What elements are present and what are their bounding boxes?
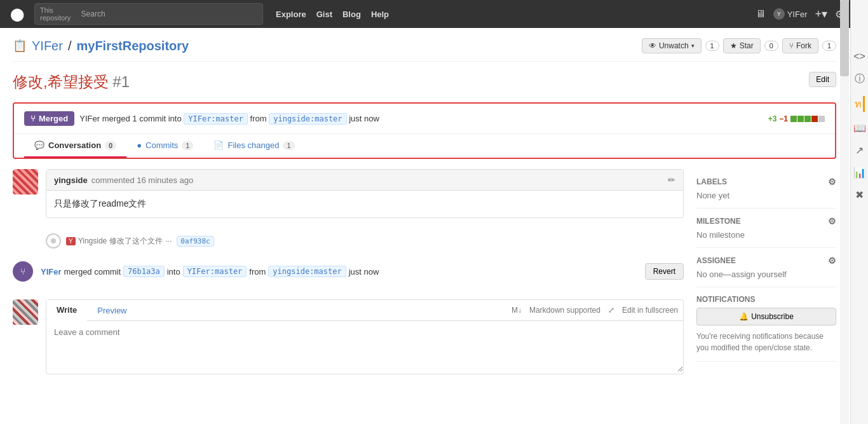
pr-tabs-box: ⑂ Merged YIFer merged 1 commit into YIFe… (13, 102, 836, 159)
search-input[interactable] (81, 10, 257, 18)
pr-status-text: YIFer merged 1 commit into YIFer:master … (79, 114, 379, 123)
fork-count: 1 (822, 41, 836, 51)
merged-badge: ⑂ Merged (24, 111, 74, 126)
fork-icon: ⑂ (789, 41, 794, 50)
repo-title: 📋 YIFer / myFirstRepository (13, 39, 189, 53)
write-area: Write Preview M↓ Markdown supported ⤢ Ed… (13, 299, 684, 374)
pr-title-text: 修改,希望接受 (13, 73, 109, 90)
repo-name-link[interactable]: myFirstRepository (76, 39, 189, 53)
sidebar-chart-icon[interactable]: 📊 (853, 167, 866, 179)
nav-plus-icon[interactable]: +▾ (815, 7, 827, 21)
merged-into-branch: YIFer:master (183, 266, 247, 277)
repo-actions: 👁 Unwatch ▾ 1 ★ Star 0 ⑂ Fork 1 (642, 38, 836, 53)
nav-explore[interactable]: Explore (276, 10, 306, 19)
sidebar-code-icon[interactable]: <> (853, 51, 865, 62)
write-tab[interactable]: Write (46, 300, 87, 321)
repo-separator: / (68, 39, 72, 53)
labels-title: Labels ⚙ (696, 177, 836, 187)
preview-tab[interactable]: Preview (87, 300, 137, 320)
fork-button[interactable]: ⑂ Fork (782, 38, 818, 53)
labels-gear-icon[interactable]: ⚙ (828, 177, 836, 187)
repo-owner-link[interactable]: YIFer (32, 39, 63, 53)
star-button[interactable]: ★ Star (723, 38, 761, 53)
commits-count: 1 (182, 141, 193, 150)
sidebar-arrow-icon[interactable]: ↗ (855, 144, 864, 156)
commit-author-icon: Y (66, 237, 76, 245)
commit-hash[interactable]: 0af938c (177, 236, 214, 247)
labels-section: Labels ⚙ None yet (696, 169, 836, 209)
nav-username[interactable]: Y YIFer (773, 8, 808, 20)
commit-line: Y Yingside 修改了这个文件 ··· 0af938c (46, 228, 684, 254)
watch-count: 1 (705, 41, 719, 51)
monitor-icon[interactable]: 🖥 (756, 8, 766, 20)
sidebar-pr-icon[interactable]: ท (855, 96, 865, 112)
milestone-section: Milestone ⚙ No milestone (696, 209, 836, 248)
merged-event-icon: ⑂ (13, 261, 33, 282)
sidebar-info-icon[interactable]: ⓘ (855, 72, 865, 86)
right-panel: Labels ⚙ None yet Milestone ⚙ No milesto… (696, 169, 836, 374)
search-bar[interactable]: This repository (34, 3, 263, 25)
comment-text: 只是修改了readme文件 (46, 191, 683, 217)
sidebar-settings-icon[interactable]: ✖ (855, 189, 864, 201)
notification-description: You're receiving notifications because y… (696, 331, 836, 353)
repo-header: 📋 YIFer / myFirstRepository 👁 Unwatch ▾ … (13, 28, 836, 62)
main-content: yingside commented 16 minutes ago ✏ 只是修改… (13, 169, 684, 374)
from-branch-tag: yingside:master (269, 113, 346, 125)
into-branch-tag: YIFer:master (184, 113, 248, 125)
content-area: yingside commented 16 minutes ago ✏ 只是修改… (13, 169, 836, 374)
nav-blog[interactable]: Blog (342, 10, 361, 19)
watch-chevron: ▾ (691, 43, 695, 49)
sidebar-book-icon[interactable]: 📖 (853, 122, 866, 134)
scrollbar-thumb[interactable] (840, 0, 849, 76)
search-repo-label: This repository (40, 6, 78, 22)
diff-sq-green-2 (797, 116, 804, 122)
github-logo-icon[interactable]: ⬤ (10, 6, 24, 22)
revert-button[interactable]: Revert (645, 263, 684, 280)
assignee-section: Assignee ⚙ No one—assign yourself (696, 248, 836, 287)
commit-more-icon[interactable]: ··· (165, 236, 172, 245)
unsubscribe-button[interactable]: 🔔 Unsubscribe (696, 308, 836, 325)
pr-title-area: Edit 修改,希望接受 #1 (13, 62, 836, 102)
tab-files-changed[interactable]: 📄 Files changed 1 (203, 134, 304, 158)
pr-title: 修改,希望接受 #1 (13, 72, 836, 92)
conversation-icon: 💬 (34, 140, 44, 150)
milestone-gear-icon[interactable]: ⚙ (828, 216, 836, 226)
avatar-img (13, 169, 38, 195)
commenter-avatar (13, 169, 38, 195)
top-navigation: ⬤ This repository Explore Gist Blog Help… (0, 0, 868, 28)
scrollbar[interactable] (840, 0, 849, 374)
fullscreen-label[interactable]: Edit in fullscreen (622, 306, 678, 315)
bell-icon: 🔔 (739, 312, 749, 321)
notifications-section: Notifications 🔔 Unsubscribe You're recei… (696, 287, 836, 362)
assignee-gear-icon[interactable]: ⚙ (828, 256, 836, 266)
write-tabs: Write Preview M↓ Markdown supported ⤢ Ed… (46, 300, 683, 321)
nav-help[interactable]: Help (371, 10, 389, 19)
milestone-title: Milestone ⚙ (696, 216, 836, 226)
right-sidebar: <> ⓘ ท 📖 ↗ 📊 ✖ (850, 0, 868, 374)
watch-button[interactable]: 👁 Unwatch ▾ (642, 38, 702, 53)
comment-edit-icon[interactable]: ✏ (668, 175, 675, 185)
comment-textarea[interactable] (46, 321, 683, 372)
notifications-title: Notifications (696, 295, 836, 304)
tab-commits[interactable]: ● Commits 1 (126, 134, 203, 158)
diff-sq-gray-1 (818, 116, 825, 122)
merged-commit-tag: 76b1a3a (123, 266, 165, 277)
pr-tabs: 💬 Conversation 0 ● Commits 1 📄 Files cha… (14, 134, 835, 158)
write-toolbar: M↓ Markdown supported ⤢ Edit in fullscre… (506, 300, 683, 320)
merged-from-branch: yingside:master (268, 266, 346, 277)
diff-sq-red-1 (811, 116, 818, 122)
comment-body: yingside commented 16 minutes ago ✏ 只是修改… (46, 169, 684, 218)
milestone-value: No milestone (696, 230, 836, 240)
fullscreen-icon[interactable]: ⤢ (608, 306, 614, 315)
tab-conversation[interactable]: 💬 Conversation 0 (24, 134, 126, 158)
main-container: 📋 YIFer / myFirstRepository 👁 Unwatch ▾ … (0, 28, 849, 374)
comment-author: yingside (54, 175, 88, 185)
nav-links: Explore Gist Blog Help (276, 10, 389, 19)
nav-gist[interactable]: Gist (316, 10, 332, 19)
edit-button[interactable]: Edit (809, 72, 836, 87)
labels-value: None yet (696, 191, 836, 200)
comment-header: yingside commented 16 minutes ago ✏ (46, 170, 683, 191)
merge-icon: ⑂ (31, 114, 36, 123)
diff-stats: +3 −1 (768, 114, 825, 123)
diff-bar (790, 116, 825, 122)
